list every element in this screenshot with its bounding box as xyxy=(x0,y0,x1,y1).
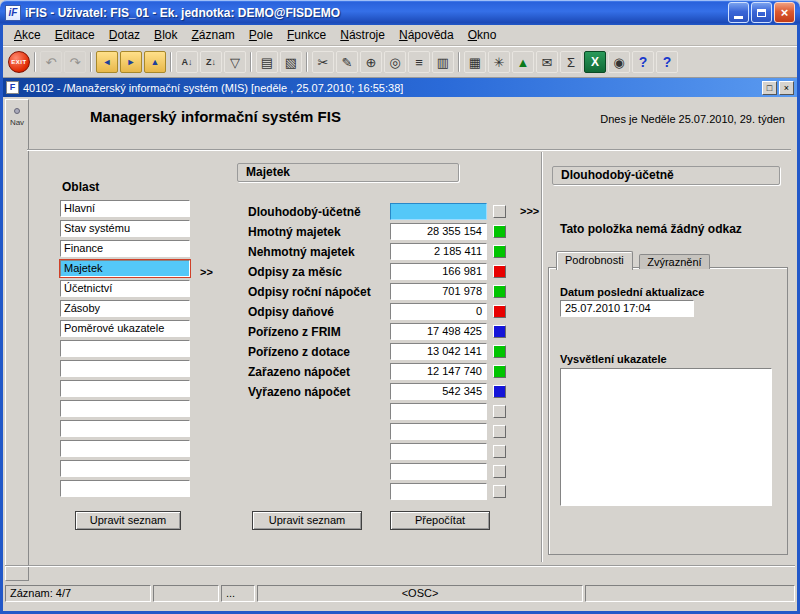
indicator-value-field[interactable]: 166 981 xyxy=(390,263,487,280)
oblast-item[interactable]: Majetek xyxy=(60,260,190,277)
folder-transfer-icon[interactable]: ▲ xyxy=(144,51,166,73)
indicator-row: Zařazeno nápočet 12 147 740 xyxy=(248,363,528,380)
oblast-list: HlavníStav systémuFinanceMajetekÚčetnict… xyxy=(60,200,192,500)
grid-icon[interactable]: ▦ xyxy=(464,51,486,73)
mdi-close-button[interactable]: × xyxy=(779,81,794,95)
oblast-empty-field[interactable] xyxy=(60,400,190,417)
mail-icon[interactable]: ✉ xyxy=(536,51,558,73)
oblast-item[interactable]: Účetnictví xyxy=(60,280,190,297)
menu-item[interactable]: Okno xyxy=(461,26,504,44)
oblast-empty-field[interactable] xyxy=(60,440,190,457)
empty-value-field[interactable] xyxy=(390,443,487,460)
edit-indicator-list-button[interactable]: Upravit seznam xyxy=(252,511,362,530)
status-dots: ... xyxy=(221,585,255,602)
status-panel xyxy=(153,585,219,602)
folder-save-icon[interactable]: ► xyxy=(120,51,142,73)
close-button[interactable]: × xyxy=(774,2,795,23)
menu-item[interactable]: Funkce xyxy=(280,26,333,44)
tab-podrobnosti[interactable]: Podrobnosti xyxy=(556,251,633,270)
menu-item[interactable]: Nápověda xyxy=(392,26,461,44)
search-icon[interactable]: ◎ xyxy=(384,51,406,73)
print-icon[interactable]: ▤ xyxy=(256,51,278,73)
oblast-item[interactable]: Stav systému xyxy=(60,220,190,237)
globe-icon[interactable]: ◉ xyxy=(608,51,630,73)
tab-zvyrazneni[interactable]: Zvýraznění xyxy=(639,254,709,269)
edit-icon[interactable]: ✎ xyxy=(336,51,358,73)
oblast-empty-field[interactable] xyxy=(60,360,190,377)
cut-icon[interactable]: ✂ xyxy=(312,51,334,73)
menu-item[interactable]: Dotaz xyxy=(102,26,147,44)
oblast-item[interactable]: Zásoby xyxy=(60,300,190,317)
folder-fetch-icon[interactable]: ◄ xyxy=(96,51,118,73)
menu-item[interactable]: Záznam xyxy=(184,26,241,44)
list-view-icon[interactable]: ≡ xyxy=(408,51,430,73)
redo-icon[interactable]: ↷ xyxy=(64,51,86,73)
undo-icon[interactable]: ↶ xyxy=(40,51,62,73)
oblast-empty-field[interactable] xyxy=(60,480,190,497)
maximize-button[interactable] xyxy=(751,2,772,23)
indicator-value-field[interactable]: 17 498 425 xyxy=(390,323,487,340)
menu-item[interactable]: Akce xyxy=(7,26,48,44)
indicator-value-field[interactable]: 2 185 411 xyxy=(390,243,487,260)
mdi-restore-button[interactable]: □ xyxy=(762,81,777,95)
drilldown-arrow[interactable]: >>> xyxy=(520,205,539,217)
help-icon[interactable]: ? xyxy=(632,51,654,73)
indicator-row: Nehmotný majetek 2 185 411 xyxy=(248,243,528,260)
sum-icon[interactable]: Σ xyxy=(560,51,582,73)
oblast-empty-field[interactable] xyxy=(60,460,190,477)
indicator-value-field[interactable]: 28 355 154 xyxy=(390,223,487,240)
indicator-value-field[interactable]: 701 978 xyxy=(390,283,487,300)
exit-button[interactable]: EXIT xyxy=(8,51,30,73)
edit-oblast-list-button[interactable]: Upravit seznam xyxy=(75,511,181,530)
sort-asc-icon[interactable]: A↓ xyxy=(176,51,198,73)
oblast-item[interactable]: Hlavní xyxy=(60,200,190,217)
status-square xyxy=(493,465,506,478)
print-preview-icon[interactable]: ▧ xyxy=(280,51,302,73)
status-square xyxy=(493,265,506,278)
nav-sidebar[interactable]: Nav xyxy=(5,99,29,581)
detail-tabs: Podrobnosti Zvýraznění xyxy=(556,250,710,270)
empty-value-field[interactable] xyxy=(390,423,487,440)
status-osc: <OSC> xyxy=(257,585,583,602)
indicator-value-field[interactable]: 12 147 740 xyxy=(390,363,487,380)
menu-item[interactable]: Nástroje xyxy=(333,26,392,44)
indicator-value-field[interactable]: 542 345 xyxy=(390,383,487,400)
indicator-label: Zařazeno nápočet xyxy=(248,365,390,379)
majetek-group-title: Majetek xyxy=(237,163,459,182)
empty-indicator-row xyxy=(248,483,528,500)
separator-line xyxy=(5,565,795,567)
favorites-icon[interactable]: ✳ xyxy=(488,51,510,73)
form-window-icon[interactable]: F xyxy=(6,81,19,94)
recalculate-button[interactable]: Přepočítat xyxy=(390,511,490,530)
indicator-value-field[interactable]: 0 xyxy=(390,303,487,320)
indicator-value-field[interactable] xyxy=(390,203,487,220)
menu-item[interactable]: Pole xyxy=(242,26,280,44)
menu-item[interactable]: Blok xyxy=(147,26,184,44)
indicator-row: Odpisy daňové 0 xyxy=(248,303,528,320)
empty-value-field[interactable] xyxy=(390,403,487,420)
oblast-item[interactable]: Poměrové ukazatele xyxy=(60,320,190,337)
excel-export-icon[interactable]: X xyxy=(584,51,606,73)
oblast-empty-field[interactable] xyxy=(60,420,190,437)
titlebar[interactable]: iF iFIS - Uživatel: FIS_01 - Ek. jednotk… xyxy=(0,0,800,25)
oblast-item[interactable]: Finance xyxy=(60,240,190,257)
sort-desc-icon[interactable]: Z↓ xyxy=(200,51,222,73)
indicator-value-field[interactable]: 13 042 141 xyxy=(390,343,487,360)
indicator-label: Vyřazeno nápočet xyxy=(248,385,390,399)
zoom-in-icon[interactable]: ⊕ xyxy=(360,51,382,73)
oblast-empty-field[interactable] xyxy=(60,380,190,397)
detail-view-icon[interactable]: ▥ xyxy=(432,51,454,73)
menu-item[interactable]: Editace xyxy=(48,26,102,44)
oblast-empty-field[interactable] xyxy=(60,340,190,357)
empty-value-field[interactable] xyxy=(390,463,487,480)
minimize-button[interactable] xyxy=(728,2,749,23)
status-square xyxy=(493,485,506,498)
page-title: Managerský informační systém FIS xyxy=(90,108,341,125)
oblast-label: Oblast xyxy=(62,180,99,194)
context-help-icon[interactable]: ? xyxy=(656,51,678,73)
mdi-titlebar[interactable]: F 40102 - /Manažerský informační systém … xyxy=(3,78,797,97)
empty-value-field[interactable] xyxy=(390,483,487,500)
filter-icon[interactable]: ▽ xyxy=(224,51,246,73)
chart-icon[interactable]: ▲ xyxy=(512,51,534,73)
app-icon[interactable]: iF xyxy=(5,5,21,21)
